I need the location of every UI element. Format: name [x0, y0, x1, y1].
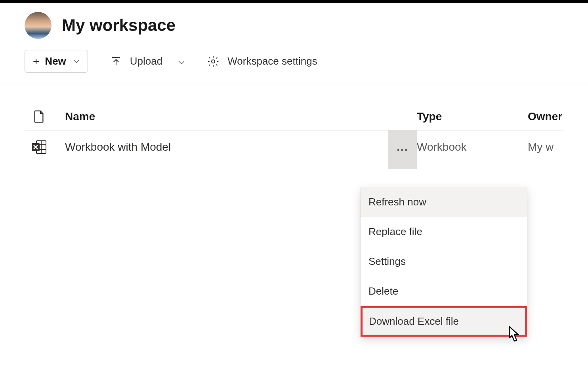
- owner-column-header[interactable]: Owner: [528, 110, 563, 123]
- upload-button[interactable]: Upload: [110, 55, 185, 67]
- plus-icon: +: [33, 56, 39, 67]
- gear-icon: [207, 55, 220, 68]
- new-button[interactable]: + New: [25, 50, 88, 73]
- svg-point-0: [212, 60, 215, 63]
- menu-item-refresh-now[interactable]: Refresh now: [361, 187, 527, 217]
- upload-icon: [110, 56, 122, 67]
- context-menu: Refresh now Replace file Settings Delete…: [361, 187, 527, 337]
- item-type: Workbook: [417, 141, 528, 153]
- workspace-table: Name Type Owner Workbook with Model ··· …: [0, 103, 588, 164]
- chevron-down-icon: [178, 55, 185, 67]
- table-header-row: Name Type Owner: [25, 103, 563, 130]
- table-row[interactable]: Workbook with Model ··· Workbook My w: [25, 130, 563, 164]
- menu-item-delete[interactable]: Delete: [361, 276, 527, 306]
- workspace-header: My workspace: [0, 3, 588, 46]
- item-name[interactable]: Workbook with Model: [53, 141, 417, 153]
- new-button-label: New: [45, 55, 66, 67]
- workspace-settings-label: Workspace settings: [227, 55, 317, 67]
- item-icon-cell: [25, 140, 53, 154]
- more-options-button[interactable]: ···: [388, 130, 417, 169]
- window-top-bar: [0, 0, 588, 3]
- name-column-header[interactable]: Name: [53, 110, 417, 123]
- cursor-pointer-icon: [504, 324, 521, 347]
- chevron-down-icon: [73, 58, 80, 65]
- page-title: My workspace: [62, 16, 176, 35]
- more-icon: ···: [397, 144, 408, 156]
- item-owner: My w: [528, 141, 563, 153]
- upload-label: Upload: [130, 55, 162, 67]
- workspace-settings-button[interactable]: Workspace settings: [207, 55, 317, 68]
- menu-item-download-excel-file[interactable]: Download Excel file: [361, 306, 527, 337]
- menu-item-replace-file[interactable]: Replace file: [361, 217, 527, 247]
- menu-item-settings[interactable]: Settings: [361, 247, 527, 276]
- file-type-column-icon: [25, 110, 53, 123]
- avatar: [25, 12, 52, 39]
- type-column-header[interactable]: Type: [417, 110, 528, 123]
- toolbar: + New Upload Workspace s: [0, 46, 588, 84]
